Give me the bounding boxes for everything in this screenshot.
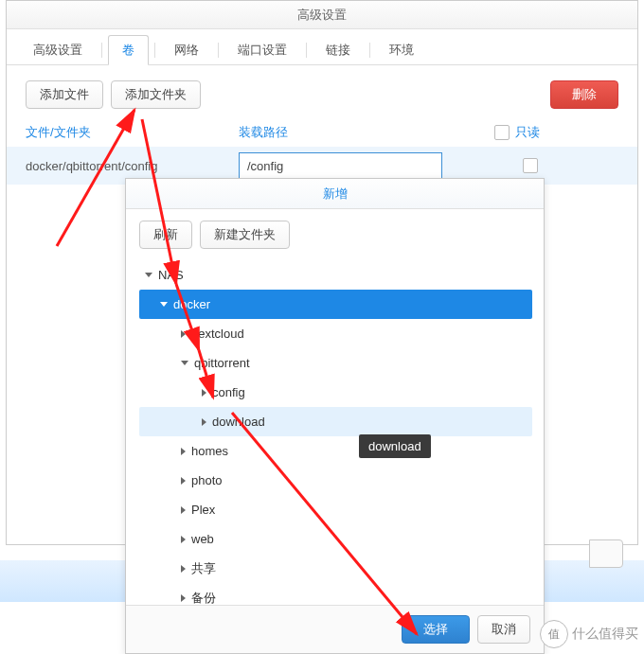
- tree-node-plex[interactable]: Plex: [139, 495, 532, 524]
- mount-path-input[interactable]: [239, 152, 442, 179]
- tab-separator: [101, 43, 102, 58]
- add-file-button[interactable]: 添加文件: [26, 80, 103, 109]
- caret-down-icon: [145, 273, 152, 277]
- watermark-text: 什么值得买: [572, 626, 638, 643]
- caret-right-icon: [181, 536, 186, 543]
- tree-root[interactable]: NAS: [139, 260, 532, 290]
- select-button[interactable]: 选择: [402, 615, 470, 644]
- action-row: 添加文件 添加文件夹 删除: [7, 65, 637, 124]
- caret-right-icon: [181, 477, 186, 485]
- readonly-checkbox[interactable]: [523, 158, 538, 173]
- volume-table-header: 文件/文件夹 装载路径 只读: [7, 124, 637, 147]
- tab-links[interactable]: 链接: [313, 36, 364, 64]
- tab-advanced[interactable]: 高级设置: [20, 36, 96, 64]
- tree-node-photo[interactable]: photo: [139, 466, 532, 495]
- hidden-button-fragment: [589, 539, 623, 568]
- col-readonly-header: 只读: [494, 124, 618, 141]
- caret-right-icon: [202, 418, 206, 426]
- picker-toolbar: 刷新 新建文件夹: [126, 209, 544, 260]
- tree-label: config: [212, 385, 245, 399]
- caret-right-icon: [181, 506, 186, 514]
- caret-down-icon: [160, 302, 168, 307]
- col-readonly-label: 只读: [515, 124, 540, 141]
- tab-env[interactable]: 环境: [376, 36, 427, 64]
- caret-right-icon: [181, 594, 186, 602]
- caret-right-icon: [181, 330, 186, 338]
- tree-node-download[interactable]: download: [139, 407, 532, 436]
- folder-picker-modal: 新增 刷新 新建文件夹 NAS docker nextcloud qbittor…: [125, 178, 545, 654]
- cancel-button[interactable]: 取消: [477, 615, 530, 644]
- tree-node-docker[interactable]: docker: [139, 290, 532, 319]
- picker-footer: 选择 取消: [126, 605, 544, 653]
- tree-label: 备份: [191, 590, 216, 606]
- tooltip: download: [359, 434, 431, 458]
- tab-volume[interactable]: 卷: [108, 35, 149, 65]
- tab-separator: [218, 43, 219, 58]
- modal-title: 高级设置: [7, 1, 637, 29]
- caret-down-icon: [181, 361, 188, 365]
- tree-label: photo: [191, 473, 223, 487]
- tree-node-backup[interactable]: 备份: [139, 583, 532, 605]
- col-path-header: 文件/文件夹: [26, 124, 239, 141]
- tab-bar: 高级设置 卷 网络 端口设置 链接 环境: [7, 29, 637, 65]
- tree-label: homes: [191, 444, 228, 458]
- folder-tree: NAS docker nextcloud qbittorrent config …: [126, 260, 544, 605]
- caret-right-icon: [202, 389, 206, 397]
- tree-label: download: [212, 415, 265, 429]
- watermark: 值 什么值得买: [540, 620, 638, 648]
- tab-separator: [369, 43, 370, 58]
- add-folder-button[interactable]: 添加文件夹: [111, 80, 201, 109]
- caret-right-icon: [181, 448, 186, 455]
- tree-label: qbittorrent: [194, 356, 250, 370]
- tree-label: docker: [173, 297, 210, 311]
- tree-label: Plex: [191, 503, 215, 517]
- col-mount-header: 装载路径: [239, 124, 494, 141]
- tree-node-qbittorrent[interactable]: qbittorrent: [139, 348, 532, 378]
- readonly-header-checkbox[interactable]: [494, 125, 510, 140]
- refresh-button[interactable]: 刷新: [139, 221, 192, 249]
- tree-node-homes[interactable]: homes download: [139, 436, 532, 466]
- new-folder-button[interactable]: 新建文件夹: [200, 221, 290, 249]
- tab-network[interactable]: 网络: [161, 36, 212, 64]
- tree-node-config[interactable]: config: [139, 378, 532, 407]
- tree-label: web: [191, 532, 214, 546]
- tab-separator: [154, 43, 155, 58]
- tree-node-web[interactable]: web: [139, 524, 532, 554]
- tree-node-nextcloud[interactable]: nextcloud: [139, 319, 532, 348]
- tab-separator: [306, 43, 307, 58]
- tab-ports[interactable]: 端口设置: [224, 36, 300, 64]
- host-path-cell: docker/qbittorrent/config: [26, 159, 239, 173]
- tree-label: nextcloud: [191, 327, 244, 341]
- tree-node-share[interactable]: 共享: [139, 554, 532, 583]
- delete-button[interactable]: 删除: [550, 80, 618, 109]
- picker-title: 新增: [126, 179, 544, 209]
- caret-right-icon: [181, 565, 186, 573]
- tree-label: 共享: [191, 560, 216, 577]
- watermark-badge: 值: [540, 620, 568, 648]
- tree-label: NAS: [158, 268, 184, 282]
